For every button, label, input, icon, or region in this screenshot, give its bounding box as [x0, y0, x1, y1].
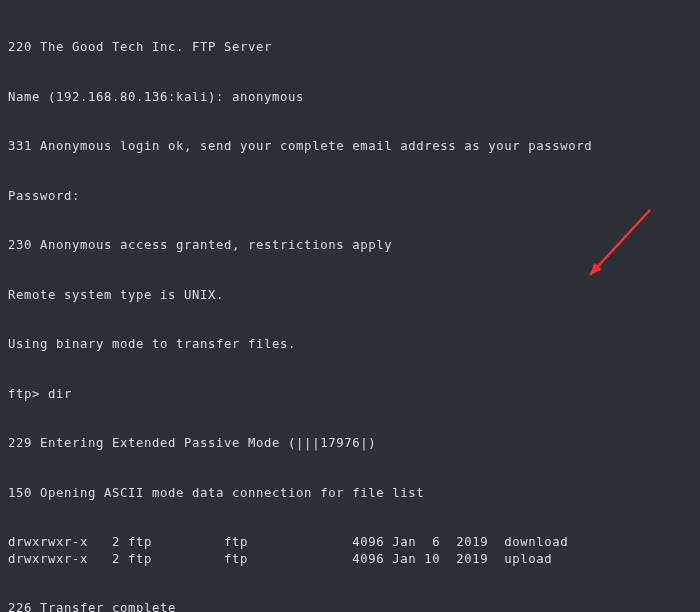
passive-mode-1: 229 Entering Extended Passive Mode (|||1…: [8, 435, 692, 452]
transfer-complete-1: 226 Transfer complete: [8, 600, 692, 612]
password-label: Password:: [8, 188, 692, 205]
listing-row: drwxrwxr-x 2 ftp ftp 4096 Jan 10 2019 up…: [8, 551, 692, 568]
prompt-line-1: ftp> dir: [8, 386, 692, 403]
access-granted: 230 Anonymous access granted, restrictio…: [8, 237, 692, 254]
opening-data-1: 150 Opening ASCII mode data connection f…: [8, 485, 692, 502]
svg-marker-1: [590, 263, 602, 275]
remote-system: Remote system type is UNIX.: [8, 287, 692, 304]
ftp-banner: 220 The Good Tech Inc. FTP Server: [8, 39, 692, 56]
login-prompt: Name (192.168.80.136:kali): anonymous: [8, 89, 692, 106]
listing-row: drwxrwxr-x 2 ftp ftp 4096 Jan 6 2019 dow…: [8, 534, 692, 551]
cmd-dir-1: dir: [48, 387, 72, 401]
terminal-output[interactable]: 220 The Good Tech Inc. FTP Server Name (…: [0, 0, 700, 612]
binary-mode: Using binary mode to transfer files.: [8, 336, 692, 353]
login-ok: 331 Anonymous login ok, send your comple…: [8, 138, 692, 155]
